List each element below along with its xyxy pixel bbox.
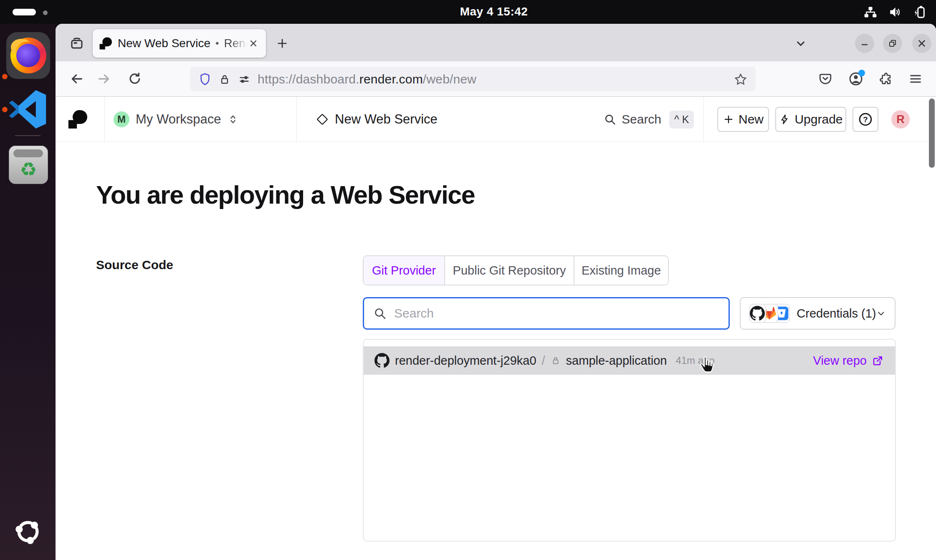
star-icon [734,73,747,86]
github-icon [374,353,390,368]
window-minimize-button[interactable] [855,34,874,53]
workspace-name: My Workspace [136,112,221,127]
browser-tab[interactable]: New Web Service • Rend [93,29,266,58]
url-text: https://dashboard.render.com/web/new [258,72,476,86]
search-icon [373,307,387,320]
workspace-selector[interactable]: M My Workspace [114,97,239,142]
trash-lid [13,149,43,157]
lock-icon [218,73,231,86]
tab-public-git-repository[interactable]: Public Git Repository [444,256,574,285]
firefox-window: New Web Service • Rend [56,24,936,560]
new-button[interactable]: New [717,107,769,132]
account-button[interactable] [847,70,865,88]
dashboard-header: M My Workspace New Web Service Search ^ … [56,97,936,142]
tab-existing-image[interactable]: Existing Image [574,256,668,285]
tab-title-separator: • [215,38,219,49]
tracking-protection-shield-icon [198,73,212,86]
pocket-button[interactable] [816,70,835,88]
svg-text:?: ? [863,115,868,124]
back-arrow-icon [70,72,84,86]
forward-button[interactable] [95,70,113,88]
tab-favicon-render-logo [99,37,112,50]
system-top-bar: May 4 15:42 [0,0,936,24]
minimize-icon [860,38,870,48]
extensions-button[interactable] [877,70,895,88]
page-title: New Web Service [335,112,438,127]
firefox-running-indicator [2,74,8,79]
bolt-icon [779,114,790,125]
source-code-label: Source Code [96,258,173,272]
upgrade-button[interactable]: Upgrade [775,107,846,132]
repo-separator: / [542,354,545,368]
plus-icon [723,114,734,125]
window-restore-button[interactable] [883,34,902,53]
question-circle-icon: ? [858,112,873,127]
menu-button[interactable] [906,70,925,88]
help-button[interactable]: ? [853,107,878,132]
pocket-icon [818,72,832,86]
system-tray[interactable] [863,0,926,24]
search-icon [604,113,616,126]
page-title-group: New Web Service [316,97,438,142]
render-dashboard-page: M My Workspace New Web Service Search ^ … [56,97,936,560]
chevron-up-down-icon [227,114,239,125]
credentials-dropdown[interactable]: Credentials (1) [740,297,896,330]
recycle-icon: ♻ [9,157,48,182]
reload-button[interactable] [126,70,144,88]
repo-search-field[interactable] [363,297,730,330]
dock-trash[interactable]: ♻ [9,146,48,184]
user-avatar[interactable]: R [891,110,910,129]
dock: ♻ [0,24,56,560]
render-logo[interactable] [68,110,87,129]
restore-icon [888,38,898,48]
tab-bar: New Web Service • Rend [56,24,936,61]
github-icon [749,304,766,323]
repo-search-input[interactable] [394,306,719,320]
new-tab-button[interactable] [273,34,292,53]
vscode-running-indicator [2,107,8,112]
tab-title: New Web Service [118,37,210,50]
external-link-icon [872,354,884,367]
tab-title-suffix: Rend [224,37,248,50]
private-lock-icon [551,356,561,366]
repo-row[interactable]: render-deployment-j29ka0 / sample-applic… [364,346,895,375]
reload-icon [128,72,142,86]
permissions-toggles-icon [238,73,251,86]
header-divider [104,97,105,142]
header-divider [296,97,297,142]
repo-list-panel: render-deployment-j29ka0 / sample-applic… [363,339,896,542]
activities-pill[interactable] [13,9,36,15]
url-bar[interactable]: https://dashboard.render.com/web/new [190,67,756,91]
page-heading: You are deploying a Web Service [96,180,475,209]
global-search-button[interactable]: Search ^ K [604,97,694,142]
dock-divider [15,135,40,136]
repo-owner: render-deployment-j29ka0 [395,354,536,368]
close-icon [916,38,927,49]
dock-show-apps-ubuntu[interactable] [12,515,44,550]
battery-charging-icon [913,5,926,19]
network-icon [863,6,878,18]
list-all-tabs-button[interactable] [791,34,810,53]
close-icon [248,38,258,48]
tab-git-provider[interactable]: Git Provider [364,256,444,285]
dock-firefox[interactable] [6,32,50,79]
volume-icon [888,6,902,18]
diamond-icon [316,114,328,125]
dock-vscode[interactable] [8,90,48,131]
window-close-button[interactable] [912,34,931,53]
hamburger-icon [908,72,923,86]
source-tabs: Git Provider Public Git Repository Exist… [363,255,669,285]
credentials-label: Credentials (1) [797,307,876,320]
system-clock[interactable]: May 4 15:42 [442,5,546,18]
view-repo-link[interactable]: View repo [813,354,884,368]
repo-name: sample-application [566,354,667,368]
tab-close-button[interactable] [248,36,259,50]
firefox-view-button[interactable] [67,33,86,53]
chevron-down-icon [876,308,886,319]
chevron-down-icon [794,37,807,50]
page-scrollbar-thumb[interactable] [929,98,935,168]
cursor-pointer [697,355,718,377]
bookmark-star-button[interactable] [734,73,747,86]
back-button[interactable] [68,70,86,88]
plus-icon [276,37,289,50]
